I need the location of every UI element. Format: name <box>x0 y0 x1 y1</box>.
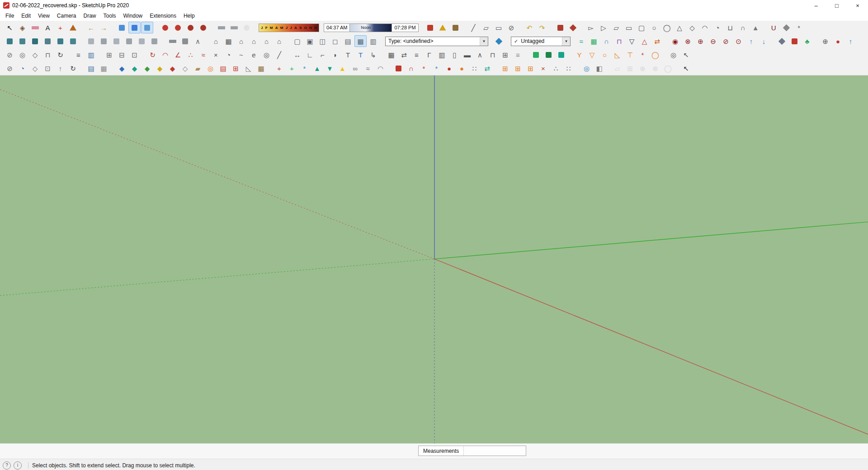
trash-icon[interactable] <box>392 62 405 74</box>
spiral-icon[interactable]: ◎ <box>260 49 273 61</box>
window-frame-icon[interactable]: ⊞ <box>103 49 115 61</box>
right-view-icon[interactable]: ⌂ <box>248 35 260 47</box>
top-view-icon[interactable]: ▦ <box>222 35 235 47</box>
dots-grid-icon[interactable]: ∷ <box>468 62 481 74</box>
circle-x-disabled-icon[interactable]: ⊗ <box>649 62 661 74</box>
smoove-icon[interactable]: ∩ <box>600 35 613 47</box>
photo-green-icon[interactable] <box>542 49 555 61</box>
window-cell-icon[interactable]: ⊡ <box>128 49 141 61</box>
book-red-icon[interactable]: ▤ <box>217 62 229 74</box>
knife-icon[interactable]: ╱ <box>467 22 480 33</box>
roof-icon[interactable]: ∧ <box>474 49 486 61</box>
menu-tools[interactable]: Tools <box>100 12 120 20</box>
snowflake-blue-icon[interactable]: * <box>298 62 311 74</box>
points-icon[interactable]: ∴ <box>184 49 197 61</box>
asterisk-red-icon[interactable]: * <box>637 49 649 61</box>
polyline-icon[interactable]: ∠ <box>172 49 184 61</box>
draw-arrow-icon[interactable]: ▻ <box>585 22 597 33</box>
add-detail-icon[interactable]: △ <box>638 35 651 47</box>
shape-parallelogram-icon[interactable]: ▱ <box>610 22 623 33</box>
shield-icon[interactable] <box>776 35 788 47</box>
add-location-icon[interactable] <box>116 22 128 33</box>
stack-lines-icon[interactable]: ≡ <box>72 49 85 61</box>
diamond-green-icon[interactable]: ◆ <box>141 62 153 74</box>
slash-circle-icon[interactable]: ⊘ <box>4 62 16 74</box>
paint-bucket-tool[interactable] <box>67 22 79 33</box>
donut-icon[interactable]: ◎ <box>204 62 217 74</box>
u-shape-icon[interactable]: U <box>768 22 780 33</box>
outer-shell-icon[interactable]: ◉ <box>669 35 681 47</box>
shape-arc-icon[interactable]: ◠ <box>699 22 711 33</box>
warning-icon[interactable]: ▲ <box>336 62 349 74</box>
shadow-end-time-field[interactable]: 07:28 PM <box>392 24 418 32</box>
iso-view-icon[interactable]: ⌂ <box>210 35 222 47</box>
ellipse-orange-icon[interactable]: ◯ <box>649 49 661 61</box>
shadow-start-time-field[interactable]: 04:37 AM <box>324 24 350 32</box>
globe-grid-icon[interactable]: ◎ <box>16 49 28 61</box>
globe-icon[interactable]: ◔ <box>16 62 28 74</box>
tag-select[interactable]: ✓ Untagged ▾ <box>511 37 571 46</box>
xray-style-icon[interactable]: ▢ <box>291 35 303 47</box>
hide-rest-icon[interactable]: ⊘ <box>505 22 518 33</box>
redo-icon[interactable]: ↷ <box>536 22 548 33</box>
briefcase-icon[interactable] <box>449 22 462 33</box>
previous-view-icon[interactable]: ← <box>85 22 97 33</box>
refresh-tool-icon[interactable]: ↻ <box>54 49 66 61</box>
axes-tool[interactable]: + <box>54 22 66 33</box>
picture-icon[interactable]: ▦ <box>98 62 110 74</box>
goblet-icon[interactable]: Y <box>573 49 585 61</box>
box-face-icon[interactable] <box>98 35 110 47</box>
select-box-icon[interactable] <box>16 35 28 47</box>
grid-red-icon[interactable]: ⊞ <box>230 62 242 74</box>
protractor-icon[interactable]: ◗ <box>329 49 341 61</box>
fan-icon[interactable]: ◔ <box>222 49 235 61</box>
text-tool[interactable]: A <box>42 22 54 33</box>
export-cube-icon[interactable]: ◧ <box>593 62 605 74</box>
select-plus-icon[interactable] <box>4 35 16 47</box>
next-view-icon[interactable]: → <box>98 22 110 33</box>
wave-icon[interactable]: ≈ <box>362 62 374 74</box>
beam-icon[interactable]: ▬ <box>461 49 473 61</box>
plank-icon[interactable]: ▰ <box>192 62 204 74</box>
intersect-icon[interactable]: ⊗ <box>682 35 694 47</box>
material-green-icon[interactable] <box>530 49 542 61</box>
flip-mirror-icon[interactable]: ⇄ <box>398 49 410 61</box>
pin-red-icon[interactable]: ● <box>443 62 455 74</box>
titlebar[interactable]: 02-06-2022_recovered.skp - SketchUp Pro … <box>0 0 868 11</box>
column-icon[interactable]: ▯ <box>448 49 461 61</box>
maximize-button[interactable]: □ <box>826 0 847 11</box>
north-arrow-icon[interactable]: ↑ <box>844 35 857 47</box>
chevron-down-icon[interactable]: ▾ <box>480 37 488 46</box>
scatter-icon[interactable]: ∴ <box>550 62 562 74</box>
diamond-teal-icon[interactable]: ◆ <box>128 62 141 74</box>
funnel-icon[interactable]: ▽ <box>586 49 598 61</box>
box-copy-icon[interactable] <box>123 35 135 47</box>
louver-icon[interactable]: ≡ <box>512 49 524 61</box>
label-text-icon[interactable]: T <box>342 49 354 61</box>
pentagon-hand-icon[interactable]: ◇ <box>29 62 41 74</box>
lock-icon[interactable] <box>788 35 801 47</box>
terrain-down-icon[interactable]: ▼ <box>324 62 336 74</box>
edit-style-disabled-icon[interactable]: ▱ <box>611 62 623 74</box>
magnifier-pair-icon[interactable]: ◎ <box>667 49 679 61</box>
front-view-icon[interactable]: ⌂ <box>235 35 247 47</box>
grid-disabled-icon[interactable]: ⊞ <box>624 62 636 74</box>
globe-disabled-icon[interactable]: ⊕ <box>637 62 649 74</box>
shape-ellipse-icon[interactable]: ◯ <box>661 22 673 33</box>
distribute-icon[interactable] <box>67 35 79 47</box>
flag-icon[interactable]: ◺ <box>242 62 255 74</box>
freehand-icon[interactable]: ╱ <box>273 49 285 61</box>
shape-rect-icon[interactable]: ▭ <box>623 22 635 33</box>
union-icon[interactable]: ⊕ <box>694 35 707 47</box>
grab-tool-icon[interactable]: ⊓ <box>42 49 54 61</box>
eraser-tool[interactable] <box>29 22 41 33</box>
shape-diamond-icon[interactable]: ◇ <box>686 22 698 33</box>
box-hand-icon[interactable]: ⊡ <box>42 62 54 74</box>
array-linear-icon[interactable]: ≡ <box>410 49 423 61</box>
menu-edit[interactable]: Edit <box>18 12 34 20</box>
wall-panel-icon[interactable] <box>179 35 191 47</box>
shadow-toggle-icon[interactable] <box>172 22 184 33</box>
pin-orange-icon[interactable]: ● <box>456 62 468 74</box>
histogram-icon[interactable]: ▤ <box>85 62 97 74</box>
3d-text-icon[interactable]: T <box>354 49 367 61</box>
